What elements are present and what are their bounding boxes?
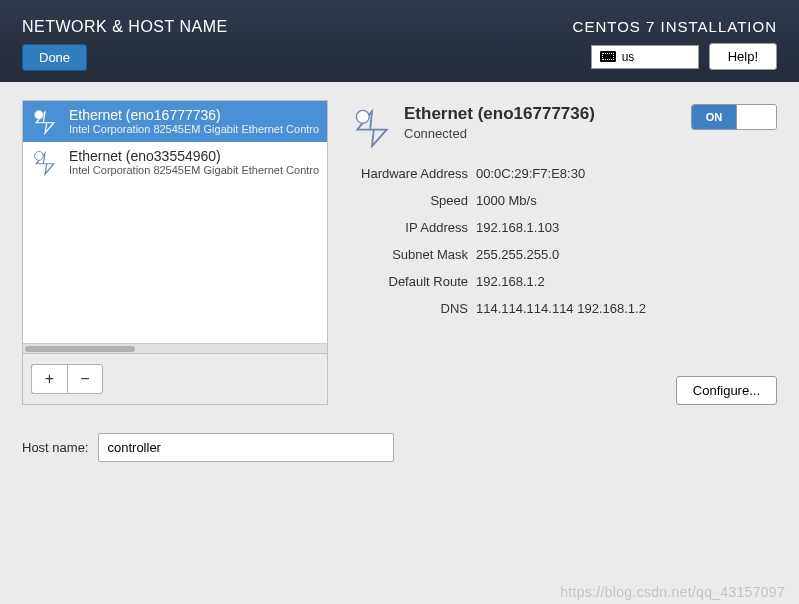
ethernet-icon [31,148,59,176]
ip-address-label: IP Address [350,220,468,235]
keyboard-layout-text: us [622,50,635,64]
done-button[interactable]: Done [22,44,87,71]
ethernet-icon [350,104,394,148]
horizontal-scrollbar[interactable] [23,343,327,353]
hostname-input[interactable] [98,433,394,462]
watermark-text: https://blog.csdn.net/qq_43157097 [560,584,785,600]
svg-point-2 [356,110,369,123]
ethernet-icon [31,107,59,135]
remove-interface-button[interactable]: − [67,364,103,394]
interface-list-panel: Ethernet (eno16777736) Intel Corporation… [22,100,328,405]
help-button[interactable]: Help! [709,43,777,70]
interface-desc: Intel Corporation 82545EM Gigabit Ethern… [69,123,319,135]
ip-address-value: 192.168.1.103 [476,220,777,235]
speed-value: 1000 Mb/s [476,193,777,208]
interface-item[interactable]: Ethernet (eno16777736) Intel Corporation… [23,101,327,142]
page-title: NETWORK & HOST NAME [22,18,228,36]
interface-desc: Intel Corporation 82545EM Gigabit Ethern… [69,164,319,176]
detail-interface-name: Ethernet (eno16777736) [404,104,681,124]
toggle-knob [736,105,776,129]
default-route-value: 192.168.1.2 [476,274,777,289]
interface-name: Ethernet (eno33554960) [69,148,319,164]
add-interface-button[interactable]: + [31,364,67,394]
svg-point-0 [35,111,44,120]
detail-connection-status: Connected [404,126,681,141]
hostname-label: Host name: [22,440,88,455]
subnet-mask-value: 255.255.255.0 [476,247,777,262]
subnet-mask-label: Subnet Mask [350,247,468,262]
interface-info-grid: Hardware Address 00:0C:29:F7:E8:30 Speed… [350,166,777,316]
default-route-label: Default Route [350,274,468,289]
dns-label: DNS [350,301,468,316]
keyboard-icon [600,51,616,62]
configure-button[interactable]: Configure... [676,376,777,405]
hostname-row: Host name: [22,433,777,462]
toggle-on-label: ON [692,105,736,129]
hw-address-value: 00:0C:29:F7:E8:30 [476,166,777,181]
keyboard-layout-indicator[interactable]: us [591,45,699,69]
hw-address-label: Hardware Address [350,166,468,181]
interface-toggle[interactable]: ON [691,104,777,130]
interface-name: Ethernet (eno16777736) [69,107,319,123]
interface-detail-panel: Ethernet (eno16777736) Connected ON Hard… [350,100,777,405]
installer-title: CENTOS 7 INSTALLATION [573,18,777,35]
speed-label: Speed [350,193,468,208]
dns-value: 114.114.114.114 192.168.1.2 [476,301,777,316]
svg-point-1 [35,152,44,161]
header-bar: NETWORK & HOST NAME Done CENTOS 7 INSTAL… [0,0,799,82]
interface-list: Ethernet (eno16777736) Intel Corporation… [23,101,327,343]
interface-item[interactable]: Ethernet (eno33554960) Intel Corporation… [23,142,327,183]
